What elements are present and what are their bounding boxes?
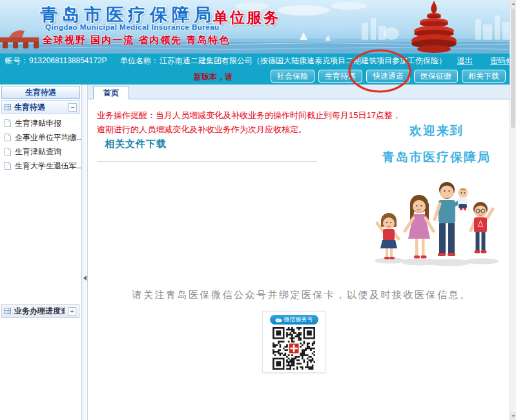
nav-bar: 新版本，请 社会保险 生育待遇 快速通道 医保征缴 相关下载 (0, 68, 516, 85)
logout-link[interactable]: 退出 (457, 56, 473, 65)
sidebar: 生育待遇 生育待遇 − 生育津贴申报 企事业单位平均缴... 生育津贴查询 (0, 85, 82, 420)
sidebar-group-title: 生育待遇 (14, 102, 65, 113)
menu-item-label: 生育大学生退伍军... (15, 161, 81, 172)
body: 生育待遇 生育待遇 − 生育津贴申报 企事业单位平均缴... 生育津贴查询 (0, 85, 516, 420)
nav-tab-quick-channel[interactable]: 快速通道 (366, 70, 410, 83)
sidebar-item-enterprise-average-payment[interactable]: 企事业单位平均缴... (0, 130, 81, 145)
nav-tab-related-downloads[interactable]: 相关下载 (462, 70, 506, 83)
baby-figure (458, 188, 468, 211)
tab-home[interactable]: 首页 (93, 86, 129, 99)
sidebar-group-progress-query-wrap: 业务办理进度查询 + (0, 303, 81, 318)
sidebar-bottom-group-title: 业务办理进度查询 (14, 306, 65, 317)
page: 青岛市医疗保障局 Qingdao Municipal Medical Insur… (0, 0, 516, 420)
welcome-line-2: 青岛市医疗保障局 (362, 149, 511, 166)
company-name: 江苏南通二建集团有限公司（按德国大陆康迪泰克项目二期建筑项目参加工伤保险） (160, 56, 446, 65)
splitter-collapse-arrow-icon[interactable] (83, 275, 87, 281)
wechat-cloud-icon (275, 317, 282, 323)
site-logo-subtitle: Qingdao Municipal Medical Insurance Bure… (45, 23, 220, 31)
account-bar: 帐号：91320681138854172P 单位名称：江苏南通二建集团有限公司（… (0, 54, 516, 68)
nav-tab-social-insurance[interactable]: 社会保险 (271, 70, 315, 83)
wechat-follow-tip: 请关注青岛医保微信公众号并绑定医保卡，以便及时接收医保信息。 (88, 289, 515, 301)
scrollbar-down-arrow[interactable] (510, 412, 516, 420)
content-tabstrip: 首页 (88, 85, 515, 99)
business-notice: 业务操作提醒：当月人员增减变化及补收业务的操作时间截止到每月15日17点整， 逾… (97, 108, 401, 137)
father-figure (435, 182, 468, 256)
nav-tab-maternity-benefits[interactable]: 生育待遇 (318, 70, 362, 83)
main-panel: 首页 业务操作提醒：当月人员增减变化及补收业务的操作时间截止到每月15日17点整… (88, 85, 516, 420)
qr-code (273, 327, 315, 370)
version-marquee: 新版本，请 (194, 72, 232, 83)
sidebar-item-student-veteran-maternity[interactable]: 生育大学生退伍军... (0, 159, 81, 173)
mother-figure (405, 195, 433, 259)
scrollbar-up-arrow[interactable] (510, 0, 516, 8)
company-label: 单位名称： (120, 56, 159, 65)
page-scrollbar[interactable] (510, 0, 516, 420)
header-banner: 青岛市医疗保障局 Qingdao Municipal Medical Insur… (0, 0, 516, 54)
account-number: 91320681138854172P (29, 56, 107, 65)
account-label: 帐号： (5, 56, 28, 65)
document-icon (5, 134, 11, 141)
related-files-heading[interactable]: 相关文件下载 (105, 138, 167, 150)
content-area: 业务操作提醒：当月人员增减变化及补收业务的操作时间截止到每月15日17点整， 逾… (88, 99, 515, 420)
sidebar-item-maternity-allowance-declare[interactable]: 生育津贴申报 (0, 116, 81, 130)
wind-sculpture-graphic (411, 1, 457, 53)
collapse-minus-button[interactable]: − (68, 103, 77, 112)
notice-line-2: 逾期进行的人员增减变化及补收业务作为次月应收核定。 (97, 123, 401, 137)
document-icon (5, 162, 11, 170)
notice-line-1: 业务操作提醒：当月人员增减变化及补收业务的操作时间截止到每月15日17点整， (97, 108, 401, 123)
nav-tab-insurance-collection[interactable]: 医保征缴 (414, 70, 458, 83)
wechat-service-badge: 微信服务号 (270, 315, 318, 325)
divider-line (97, 161, 317, 162)
welcome-block: 欢迎来到 青岛市医疗保障局 (362, 123, 511, 166)
girl-figure (377, 213, 398, 259)
wechat-badge-label: 微信服务号 (284, 315, 313, 325)
scrollbar-thumb[interactable] (511, 8, 515, 128)
sidebar-panel-title: 生育待遇 (1, 86, 80, 99)
boy-figure (471, 202, 493, 254)
grid-icon (5, 104, 11, 110)
expand-plus-button[interactable]: + (68, 307, 76, 315)
menu-item-label: 生育津贴申报 (15, 118, 61, 129)
sidebar-splitter[interactable] (82, 85, 88, 420)
sidebar-group-progress-query[interactable]: 业务办理进度查询 + (1, 304, 79, 318)
slogan-text: 全球视野 国内一流 省内领先 青岛特色 (43, 34, 231, 46)
sidebar-group-maternity[interactable]: 生育待遇 − (1, 100, 80, 114)
document-icon (5, 148, 11, 155)
menu-item-label: 生育津贴查询 (15, 146, 61, 157)
grid-icon (5, 308, 11, 314)
nav-tabs: 社会保险 生育待遇 快速通道 医保征缴 相关下载 (271, 70, 506, 83)
welcome-line-1: 欢迎来到 (362, 123, 511, 139)
menu-item-label: 企事业单位平均缴... (15, 132, 81, 143)
sidebar-item-maternity-allowance-query[interactable]: 生育津贴查询 (0, 145, 81, 159)
service-badge: 单位服务 (213, 8, 280, 28)
document-icon (5, 119, 11, 127)
sidebar-menu: 生育津贴申报 企事业单位平均缴... 生育津贴查询 生育大学生退伍军... (0, 116, 81, 173)
family-illustration (371, 172, 503, 267)
wechat-qr-card: 微信服务号 (262, 311, 325, 373)
